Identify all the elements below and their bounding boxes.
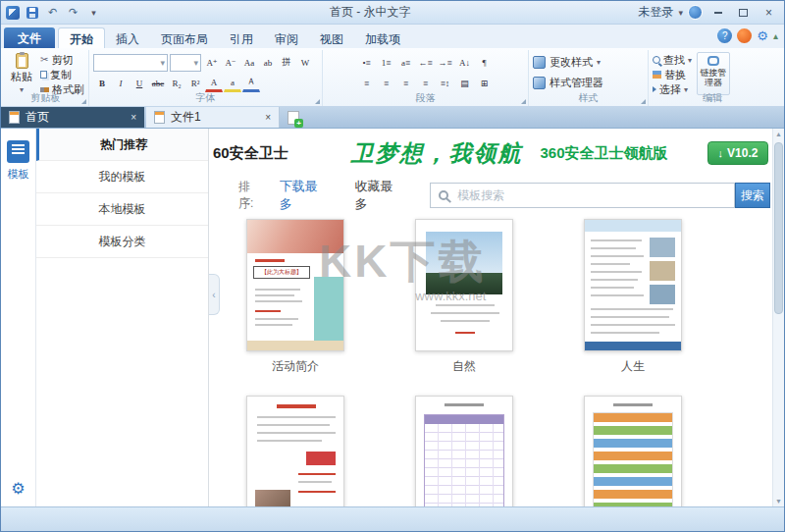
doc-tab-home[interactable]: 首页 × [1,107,144,128]
template-thumbnail[interactable] [584,219,682,351]
font-tool-button[interactable]: 拼 [278,54,295,72]
font-tool-button[interactable]: U [131,75,148,92]
template-panel-icon[interactable] [7,140,29,163]
settings-gear-icon[interactable]: ⚙ [757,29,768,42]
scrollbar-thumb[interactable] [774,142,783,314]
font-tool-button[interactable]: abc [149,75,167,92]
font-tool-button[interactable]: ab [259,54,277,72]
template-thumbnail[interactable] [415,219,513,351]
tab-view[interactable]: 视图 [309,27,354,48]
sort-most-downloaded[interactable]: 下载最多 [280,178,328,213]
replace-button[interactable]: 替换 [653,68,692,81]
find-button[interactable]: 查找▾ [653,53,692,67]
panel-collapse-handle[interactable]: ‹ [209,274,220,315]
paragraph-tool-button[interactable]: A↓ [456,54,474,72]
file-tab[interactable]: 文件 [4,27,55,48]
template-thumbnail[interactable] [584,396,682,506]
tab-page-layout[interactable]: 页面布局 [150,27,219,48]
paragraph-tool-button[interactable]: ¶ [476,54,494,72]
paragraph-tool-button[interactable]: •≡ [358,54,376,72]
close-tab-icon[interactable]: × [131,112,136,123]
close-button[interactable]: × [759,5,779,21]
tab-review[interactable]: 审阅 [264,27,309,48]
scroll-up-icon[interactable]: ▲ [773,131,784,137]
nav-item-local-templates[interactable]: 本地模板 [36,193,208,226]
font-size-select[interactable]: ▾ [170,54,201,72]
search-button[interactable]: 搜索 [735,183,770,208]
font-tool-button[interactable]: A [205,75,223,92]
help-icon[interactable]: ? [717,28,732,43]
doc-tab-file1[interactable]: 文件1 × [146,107,280,128]
font-tool-button[interactable]: I [112,75,130,92]
paragraph-tool-button[interactable]: 1≡ [378,54,395,72]
clipboard-launcher-icon[interactable] [81,99,86,104]
download-version-button[interactable]: ↓ V10.2 [707,141,768,165]
tab-insert[interactable]: 插入 [105,27,150,48]
paragraph-tool-button[interactable]: ≡ [397,75,415,92]
cut-button[interactable]: ✂剪切 [40,53,84,67]
template-panel-label[interactable]: 模板 [8,167,29,182]
paragraph-tool-button[interactable]: ≡↕ [437,75,454,92]
template-card[interactable] [584,396,682,506]
font-tool-button[interactable]: A⁺ [203,54,221,72]
paragraph-tool-button[interactable]: ⊞ [476,75,494,92]
font-tool-button[interactable]: R² [186,75,204,92]
paragraph-launcher-icon[interactable] [521,99,526,104]
save-button[interactable] [24,4,40,21]
paragraph-tool-button[interactable]: →≡ [437,54,454,72]
ad-banner[interactable]: 60安全卫士 卫梦想，我领航 360安全卫士领航版 ↓ V10.2 [213,135,768,171]
tab-references[interactable]: 引用 [219,27,264,48]
paragraph-tool-button[interactable]: a≡ [397,54,415,72]
paragraph-tool-button[interactable]: ←≡ [417,54,435,72]
font-tool-button[interactable]: A⁻ [222,54,239,72]
styles-launcher-icon[interactable] [641,99,646,104]
collapse-ribbon-icon[interactable]: ▴ [773,30,778,41]
settings-gear-icon[interactable]: ⚙ [11,481,25,497]
link-manager-button[interactable]: 链接管理器 [697,52,730,95]
font-tool-button[interactable]: Ａ [242,75,260,92]
paste-button[interactable]: 粘贴 ▾ [7,52,36,96]
font-tool-button[interactable]: B [93,75,111,92]
app-icon[interactable] [6,6,20,20]
font-tool-button[interactable]: W [296,54,314,72]
font-tool-button[interactable]: a [224,75,241,92]
template-card[interactable]: 自然 [415,219,513,373]
template-thumbnail[interactable]: 【此为大标题】 [246,219,344,351]
template-card[interactable]: 人生 [584,219,682,373]
scroll-down-icon[interactable]: ▼ [773,498,784,505]
template-search-input[interactable] [457,188,726,202]
minimize-button[interactable] [707,5,728,21]
maximize-button[interactable] [733,5,754,21]
nav-item-template-categories[interactable]: 模板分类 [36,226,208,258]
font-tool-button[interactable]: R₂ [168,75,185,92]
template-thumbnail[interactable] [415,396,513,506]
paragraph-tool-button[interactable]: ≡ [417,75,435,92]
font-tool-button[interactable]: Aa [240,54,258,72]
redo-button[interactable]: ↷ [65,4,81,21]
qat-menu-button[interactable]: ▾ [85,4,102,21]
style-manager-button[interactable]: 样式管理器 [533,73,644,93]
login-caret-icon[interactable]: ▾ [678,8,683,18]
copy-button[interactable]: 复制 [40,68,84,81]
tab-home[interactable]: 开始 [58,27,105,48]
theme-icon[interactable] [737,28,752,43]
template-card[interactable] [415,396,513,506]
undo-button[interactable]: ↶ [44,4,61,21]
template-thumbnail[interactable] [246,396,344,506]
nav-item-hot-recommend[interactable]: 热门推荐 [36,129,208,161]
new-document-button[interactable]: + [280,107,307,128]
change-style-button[interactable]: 更改样式 ▾ [533,52,644,73]
vertical-scrollbar[interactable]: ▲ ▼ [772,129,784,506]
paragraph-tool-button[interactable]: ▤ [456,75,474,92]
account-icon[interactable] [688,5,703,20]
paragraph-tool-button[interactable]: ≡ [358,75,376,92]
font-name-select[interactable]: ▾ [93,54,168,72]
sort-most-favorited[interactable]: 收藏最多 [354,178,402,213]
login-button[interactable]: 未登录 [638,4,673,21]
template-card[interactable]: 【此为大标题】 活动简介 [246,219,344,373]
paragraph-tool-button[interactable]: ≡ [378,75,395,92]
template-card[interactable] [246,396,344,506]
close-tab-icon[interactable]: × [265,112,271,123]
font-launcher-icon[interactable] [315,99,320,104]
tab-addins[interactable]: 加载项 [354,27,411,48]
